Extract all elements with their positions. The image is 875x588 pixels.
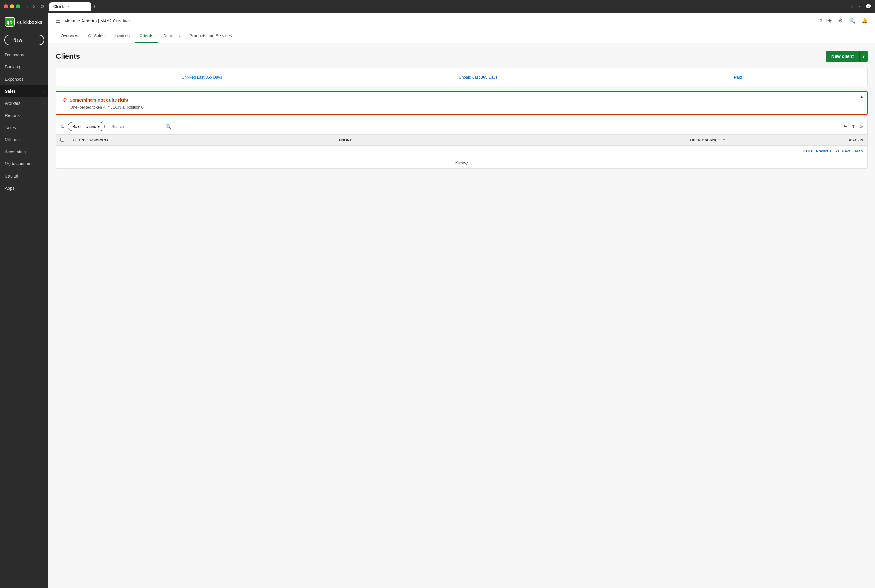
export-icon[interactable]: ⬆ — [851, 124, 855, 129]
tab-deposits[interactable]: Deposits — [159, 29, 184, 43]
sidebar-item-mileage[interactable]: Mileage — [0, 134, 48, 146]
svg-text:qb: qb — [7, 20, 12, 24]
sidebar-item-expenses[interactable]: Expenses › — [0, 73, 48, 85]
sidebar-item-capital[interactable]: Capital › — [0, 170, 48, 182]
sidebar-item-taxes[interactable]: Taxes — [0, 122, 48, 134]
logo-text: quickbooks — [17, 20, 42, 24]
paid-label[interactable]: Paid — [734, 75, 742, 80]
new-client-dropdown-button[interactable]: ▾ — [859, 51, 868, 62]
settings-icon[interactable]: ⚙ — [838, 18, 843, 24]
sidebar-item-dashboard[interactable]: Dashboard — [0, 49, 48, 61]
page-body: Clients New client ▾ Unbilled Last 365 D… — [48, 44, 875, 588]
help-button[interactable]: ? Help — [820, 18, 832, 23]
table-area: ⇅ Batch actions ▾ 🔍 🖨 ⬆ ⚙ — [56, 118, 868, 168]
settings-icon[interactable]: ⚙ — [859, 124, 863, 129]
print-icon[interactable]: 🖨 — [843, 124, 848, 129]
sidebar-item-label: Banking — [5, 64, 20, 69]
search-icon[interactable]: 🔍 — [165, 124, 171, 129]
menu-icon[interactable]: ⋮ — [857, 4, 862, 9]
tab-bar: Clients × + — [49, 2, 847, 10]
sidebar-item-my-accountant[interactable]: My Accountant — [0, 158, 48, 170]
search-box: 🔍 — [108, 122, 175, 131]
sort-arrow-icon[interactable]: ▼ — [722, 138, 726, 142]
sidebar-item-reports[interactable]: Reports — [0, 110, 48, 122]
forward-button[interactable]: › — [31, 3, 36, 10]
sidebar-item-label: Expenses — [5, 76, 23, 81]
sidebar-item-label: Workers — [5, 101, 21, 106]
tab-overview[interactable]: Overview — [56, 29, 83, 43]
page-header: Clients New client ▾ — [56, 51, 868, 62]
sidebar-item-workers[interactable]: Workers › — [0, 97, 48, 110]
chat-icon[interactable]: 💬 — [865, 4, 871, 9]
error-message: Unexpected token < in JSON at position 0 — [70, 105, 861, 110]
maximize-traffic-dot[interactable] — [16, 4, 20, 9]
unbilled-label[interactable]: Unbilled Last 365 Days — [181, 75, 222, 80]
page-title: Clients — [56, 52, 80, 61]
error-title: Something's not quite right — [69, 97, 128, 102]
chevron-right-icon: › — [42, 150, 43, 154]
new-tab-button[interactable]: + — [93, 3, 96, 10]
tab-all-sales[interactable]: All Sales — [83, 29, 109, 43]
app-wrapper: qb quickbooks + New Dashboard Banking › … — [0, 13, 875, 588]
pagination: < First Previous 1-1 Next Last > — [56, 146, 868, 156]
select-all-checkbox[interactable] — [60, 138, 64, 141]
sort-icon[interactable]: ⇅ — [60, 124, 64, 129]
unpaid-label[interactable]: Unpaid Last 365 Days — [459, 75, 497, 80]
col-open-balance: OPEN BALANCE ▼ — [466, 135, 730, 146]
pagination-first[interactable]: < First — [803, 149, 814, 153]
batch-actions-label: Batch actions — [72, 124, 96, 129]
new-button[interactable]: + New — [4, 35, 44, 45]
search-icon[interactable]: 🔍 — [849, 18, 855, 24]
pagination-next[interactable]: Next — [842, 149, 850, 153]
sidebar-item-label: Sales — [5, 89, 16, 94]
reload-button[interactable]: ↺ — [40, 4, 44, 9]
notifications-icon[interactable]: 🔔 — [862, 18, 868, 24]
search-input[interactable] — [111, 124, 163, 129]
sidebar-item-banking[interactable]: Banking › — [0, 61, 48, 73]
batch-actions-chevron-icon: ▾ — [98, 124, 100, 129]
browser-navigation: ‹ › — [25, 3, 37, 10]
privacy-label[interactable]: Privacy — [455, 160, 468, 165]
new-client-button[interactable]: New client — [826, 51, 859, 62]
select-all-header — [56, 135, 69, 146]
chevron-right-icon: › — [42, 65, 43, 69]
sidebar-item-label: My Accountant — [5, 162, 33, 166]
hamburger-icon[interactable]: ☰ — [56, 18, 61, 24]
table-actions-right: 🖨 ⬆ ⚙ — [843, 124, 863, 129]
sidebar-item-label: Dashboard — [5, 52, 26, 57]
pagination-previous[interactable]: Previous — [816, 149, 832, 153]
back-button[interactable]: ‹ — [25, 3, 30, 10]
tabs-bar: Overview All Sales Invoices Clients Depo… — [48, 29, 875, 44]
help-label: Help — [824, 18, 832, 23]
chevron-right-icon: › — [42, 89, 43, 93]
tab-clients[interactable]: Clients — [135, 29, 159, 43]
top-bar: ☰ Melanie Amorim | NAx2 Creative ? Help … — [48, 13, 875, 29]
tab-close-button[interactable]: × — [67, 4, 69, 8]
sidebar-item-apps[interactable]: Apps — [0, 182, 48, 194]
clients-table: CLIENT / COMPANY PHONE OPEN BALANCE ▼ AC… — [56, 135, 868, 146]
summary-unbilled: Unbilled Last 365 Days — [181, 74, 222, 80]
tab-products-and-services[interactable]: Products and Services — [184, 29, 237, 43]
sidebar-item-accounting[interactable]: Accounting › — [0, 146, 48, 158]
pagination-range: 1-1 — [834, 149, 839, 153]
tab-invoices[interactable]: Invoices — [109, 29, 135, 43]
batch-actions-button[interactable]: Batch actions ▾ — [68, 122, 105, 131]
col-client-company: CLIENT / COMPANY — [69, 135, 334, 146]
sidebar-item-label: Accounting — [5, 149, 26, 154]
bookmark-icon[interactable]: ☆ — [849, 4, 853, 9]
close-traffic-dot[interactable] — [4, 4, 8, 9]
minimize-traffic-dot[interactable] — [10, 4, 14, 9]
col-phone: PHONE — [334, 135, 466, 146]
pagination-last[interactable]: Last > — [852, 149, 863, 153]
main-content: ☰ Melanie Amorim | NAx2 Creative ? Help … — [48, 13, 875, 588]
top-bar-right: ? Help ⚙ 🔍 🔔 — [820, 18, 868, 24]
sidebar-item-sales[interactable]: Sales › — [0, 85, 48, 97]
chevron-right-icon: › — [42, 174, 43, 178]
error-icon: ⊘ — [62, 96, 67, 103]
company-name: Melanie Amorim | NAx2 Creative — [64, 18, 130, 23]
browser-tab-clients[interactable]: Clients × — [49, 2, 91, 10]
error-collapse-button[interactable]: ▲ — [859, 94, 864, 99]
sidebar-item-label: Capital — [5, 174, 18, 178]
browser-actions: ☆ ⋮ 💬 — [849, 4, 871, 9]
new-client-group: New client ▾ — [826, 51, 868, 62]
